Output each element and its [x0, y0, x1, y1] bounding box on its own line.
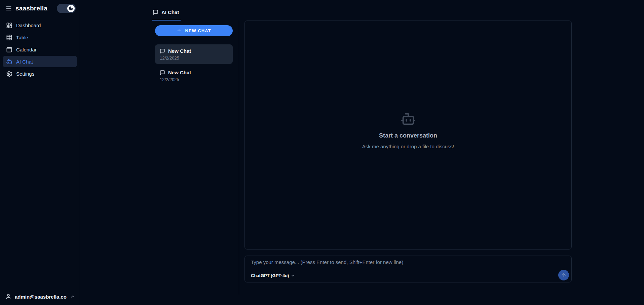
calendar-icon	[6, 46, 12, 53]
sidebar-item-ai-chat[interactable]: AI Chat	[3, 56, 77, 67]
chat-list-column: NEW CHAT New Chat 12/2/2025	[152, 21, 239, 295]
moon-icon	[69, 6, 73, 11]
message-input[interactable]	[251, 258, 551, 267]
chat-item-title: New Chat	[168, 48, 191, 54]
message-square-icon	[160, 70, 165, 75]
chat-item-header: New Chat	[160, 48, 228, 54]
chevron-up-icon	[70, 294, 75, 299]
sidebar-spacer	[0, 80, 80, 289]
chat-list: New Chat 12/2/2025 New Chat 12/2/2025	[155, 44, 233, 85]
user-menu[interactable]: admin@saasbrella.co	[0, 289, 80, 304]
chat-item-title: New Chat	[168, 70, 191, 75]
user-email: admin@saasbrella.co	[15, 294, 67, 300]
bot-icon	[6, 59, 12, 65]
table-icon	[6, 34, 12, 41]
main-area: AI Chat NEW CHAT New Chat	[80, 0, 644, 305]
empty-state-subtitle: Ask me anything or drop a file to discus…	[362, 144, 454, 149]
chat-list-item[interactable]: New Chat 12/2/2025	[155, 44, 233, 64]
sidebar-item-label: Dashboard	[16, 23, 41, 28]
dashboard-icon	[6, 22, 12, 29]
tab-ai-chat[interactable]: AI Chat	[152, 9, 181, 21]
plus-icon	[177, 28, 182, 33]
sidebar: saasbrella Dashboard Table C	[0, 0, 80, 305]
arrow-up-icon	[561, 272, 567, 278]
toggle-knob	[67, 5, 75, 12]
new-chat-label: NEW CHAT	[185, 28, 211, 33]
user-icon	[5, 294, 11, 300]
sidebar-item-calendar[interactable]: Calendar	[3, 44, 77, 55]
chat-item-date: 12/2/2025	[160, 77, 228, 82]
empty-state-title: Start a conversation	[362, 132, 454, 139]
tab-bar: AI Chat	[80, 0, 644, 21]
dark-mode-toggle[interactable]	[57, 4, 76, 13]
sidebar-item-table[interactable]: Table	[3, 32, 77, 43]
tab-label: AI Chat	[161, 9, 179, 15]
sidebar-item-label: Calendar	[16, 47, 37, 52]
chat-item-header: New Chat	[160, 70, 228, 75]
chat-item-date: 12/2/2025	[160, 55, 228, 61]
send-button[interactable]	[558, 270, 569, 280]
model-selector[interactable]: ChatGPT (GPT-4o)	[251, 273, 295, 278]
sidebar-item-label: AI Chat	[16, 59, 33, 65]
conversation-column: Start a conversation Ask me anything or …	[239, 21, 644, 295]
hamburger-menu-icon[interactable]	[5, 5, 12, 12]
gear-icon	[6, 71, 12, 77]
sidebar-item-settings[interactable]: Settings	[3, 68, 77, 79]
empty-state: Start a conversation Ask me anything or …	[362, 111, 454, 149]
content-row: NEW CHAT New Chat 12/2/2025	[80, 21, 644, 295]
message-composer: ChatGPT (GPT-4o)	[244, 256, 572, 282]
model-label: ChatGPT (GPT-4o)	[251, 273, 289, 278]
message-square-icon	[160, 48, 165, 54]
new-chat-button[interactable]: NEW CHAT	[155, 25, 233, 36]
chevron-down-icon	[291, 273, 295, 278]
conversation-panel: Start a conversation Ask me anything or …	[244, 21, 572, 250]
chat-list-item[interactable]: New Chat 12/2/2025	[155, 66, 233, 85]
sidebar-item-label: Settings	[16, 71, 34, 77]
sidebar-nav: Dashboard Table Calendar AI Chat Setting…	[0, 17, 80, 80]
bot-icon	[401, 111, 416, 127]
message-square-icon	[153, 9, 158, 15]
sidebar-item-dashboard[interactable]: Dashboard	[3, 20, 77, 31]
sidebar-item-label: Table	[16, 35, 28, 40]
app-logo: saasbrella	[15, 5, 57, 12]
sidebar-header: saasbrella	[0, 0, 80, 17]
